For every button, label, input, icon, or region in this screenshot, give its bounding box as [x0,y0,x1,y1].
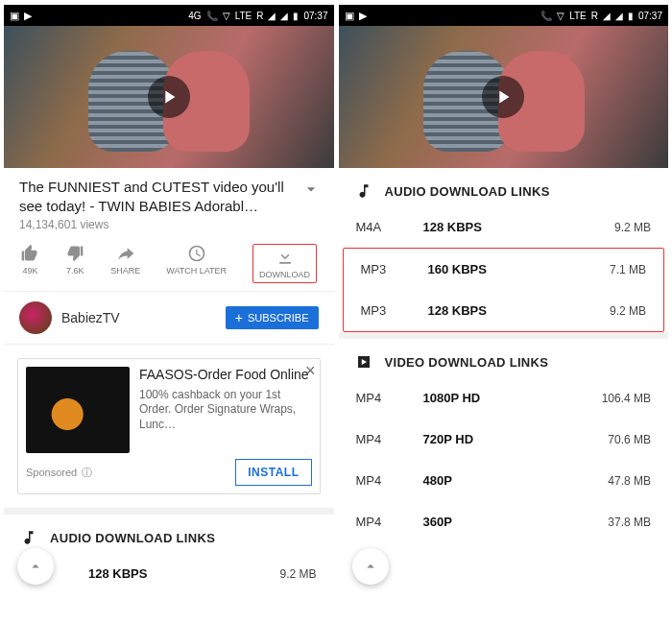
roam-label: R [591,11,598,21]
quality-label: 360P [423,515,609,529]
audio-header-label: AUDIO DOWNLOAD LINKS [50,531,215,545]
ad-description: 100% cashback on your 1st Order. Order S… [139,388,312,433]
signal-icon: ◢ [603,11,611,21]
play-store-icon: ▶ [24,10,32,22]
dislike-button[interactable]: 7.6K [65,244,84,283]
play-button[interactable] [148,76,190,118]
ad-image [26,367,130,453]
lte-label: LTE [235,11,252,21]
roam-label: R [256,11,263,21]
wifi-icon: ▽ [223,11,230,21]
quality-label: 128 KBPS [88,566,279,581]
video-icon [354,352,373,372]
share-label: SHARE [110,266,140,276]
music-note-icon [354,181,373,201]
wifi-call-icon: 📞 [540,11,552,21]
dislike-count: 7.6K [66,266,84,276]
format-label: MP4 [356,473,423,488]
signal-icon: ◢ [268,11,276,21]
download-row[interactable]: MP3 128 KBPS 9.2 MB [344,290,664,331]
gallery-icon: ▣ [10,10,19,22]
download-row[interactable]: MP4 360P 37.8 MB [339,501,669,542]
channel-row[interactable]: BabiezTV +SUBSCRIBE [4,291,334,345]
video-metadata: The FUNNIEST and CUTEST video you'll see… [4,168,334,235]
download-row[interactable]: MP4 720P HD 70.6 MB [339,419,669,460]
video-title[interactable]: The FUNNIEST and CUTEST video you'll see… [19,178,319,215]
quality-label: 720P HD [423,432,609,446]
wifi-icon: ▽ [557,11,564,21]
view-count: 14,134,601 views [19,218,319,231]
signal-icon: ◢ [280,11,288,21]
lte-label: LTE [569,11,587,21]
format-label: MP4 [356,515,423,529]
channel-avatar[interactable] [19,301,52,334]
install-button[interactable]: INSTALL [235,459,311,486]
download-row[interactable]: MP3 160 KBPS 7.1 MB [344,249,664,290]
chevron-down-icon[interactable] [301,180,321,204]
play-button[interactable] [482,76,524,118]
size-label: 37.8 MB [608,516,651,529]
like-count: 49K [22,266,37,276]
video-header-label: VIDEO DOWNLOAD LINKS [385,355,549,370]
size-label: 9.2 MB [610,304,646,318]
battery-icon: ▮ [628,11,634,21]
sponsored-label: Sponsored ⓘ [26,466,92,480]
download-row[interactable]: M4A 128 KBPS 9.2 MB [4,553,334,594]
clock: 07:37 [638,11,662,21]
phone-right: ▣ ▶ 📞 ▽ LTE R ◢ ◢ ▮ 07:37 [339,5,669,594]
download-label: DOWNLOAD [259,270,310,279]
size-label: 106.4 MB [602,392,651,405]
download-row[interactable]: MP4 480P 47.8 MB [339,460,669,501]
channel-name: BabiezTV [61,310,216,325]
signal-icon: ◢ [615,11,623,21]
subscribe-label: SUBSCRIBE [248,312,309,324]
share-button[interactable]: SHARE [110,244,140,283]
net-4g-icon: 4G [188,11,201,21]
format-label: M4A [356,220,423,234]
format-label: MP3 [361,303,428,318]
gallery-icon: ▣ [345,10,354,22]
video-thumbnail[interactable] [4,26,334,168]
scroll-top-fab[interactable] [17,548,54,585]
sponsored-card[interactable]: × FAASOS-Order Food Online 100% cashback… [17,358,321,494]
format-label: MP3 [361,262,428,276]
size-label: 7.1 MB [610,263,646,276]
like-button[interactable]: 49K [20,244,39,283]
play-store-icon: ▶ [359,10,367,22]
download-button[interactable]: DOWNLOAD [252,244,317,283]
watch-later-label: WATCH LATER [166,266,227,276]
download-row[interactable]: M4A 128 KBPS 9.2 MB [339,206,669,248]
clock: 07:37 [303,11,327,21]
audio-header-label: AUDIO DOWNLOAD LINKS [385,184,550,199]
quality-label: 128 KBPS [423,220,614,234]
ad-title: FAASOS-Order Food Online [139,367,312,384]
music-note-icon [19,528,38,547]
video-section-header: VIDEO DOWNLOAD LINKS [339,339,669,377]
video-thumbnail[interactable] [339,26,669,168]
size-label: 9.2 MB [614,221,651,234]
scroll-top-fab[interactable] [352,548,389,585]
status-bar: ▣ ▶ 4G 📞 ▽ LTE R ◢ ◢ ▮ 07:37 [4,5,334,26]
format-label: MP4 [356,432,423,446]
download-row[interactable]: MP4 1080P HD 106.4 MB [339,377,669,419]
format-label: MP4 [356,391,423,405]
phone-left: ▣ ▶ 4G 📞 ▽ LTE R ◢ ◢ ▮ 07:37 [4,5,334,594]
close-icon[interactable]: × [305,361,316,381]
quality-label: 160 KBPS [428,262,610,276]
info-icon[interactable]: ⓘ [82,466,92,480]
quality-label: 480P [423,473,609,488]
quality-label: 1080P HD [423,391,602,405]
video-title-text: The FUNNIEST and CUTEST video you'll see… [19,179,284,214]
audio-section-header: AUDIO DOWNLOAD LINKS [339,168,669,206]
size-label: 47.8 MB [608,474,651,488]
subscribe-button[interactable]: +SUBSCRIBE [226,306,319,329]
battery-icon: ▮ [293,11,299,21]
highlighted-audio-rows: MP3 160 KBPS 7.1 MB MP3 128 KBPS 9.2 MB [343,248,665,332]
watch-later-button[interactable]: WATCH LATER [166,244,227,283]
quality-label: 128 KBPS [428,303,610,318]
wifi-call-icon: 📞 [206,11,218,21]
status-bar: ▣ ▶ 📞 ▽ LTE R ◢ ◢ ▮ 07:37 [339,5,669,26]
audio-section-header: AUDIO DOWNLOAD LINKS [4,515,334,553]
size-label: 70.6 MB [608,433,651,446]
size-label: 9.2 MB [279,567,316,581]
